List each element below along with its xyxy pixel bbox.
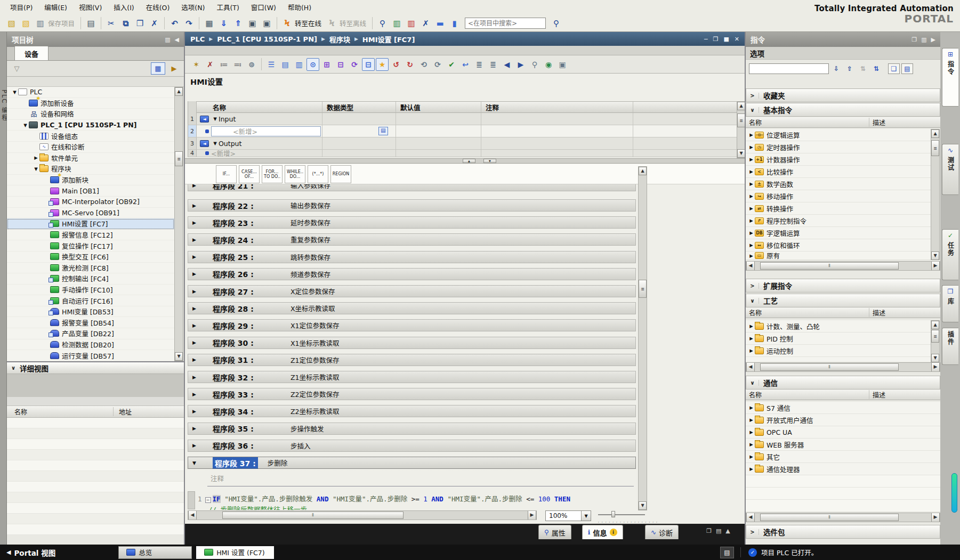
tree-item[interactable]: ▼程序块 (7, 164, 174, 175)
breadcrumb-item-1[interactable]: PLC (190, 35, 205, 43)
zoom-dropdown-icon[interactable]: ▼ (581, 511, 591, 521)
group-arrow-icon[interactable]: ▶ (748, 348, 755, 353)
code-line[interactable]: 1−IF "HMI变量".产品.步删除触发 AND "HMI变量".产品.步删除… (198, 493, 635, 504)
tree-item[interactable]: ▼PLC (7, 87, 174, 98)
favorites-star-icon[interactable]: ★ (376, 58, 389, 71)
network-collapse-icon[interactable]: ▶ (192, 271, 200, 277)
communication-chevron-icon[interactable]: ∨ (746, 380, 759, 386)
restore-icon[interactable]: ❐ (713, 36, 719, 43)
tree-item[interactable]: 控制输出 [FC4] (7, 273, 174, 285)
table-row-4[interactable]: 4<新增> (188, 150, 739, 157)
group-arrow-icon[interactable]: ▶ (748, 454, 755, 459)
basic-scroll-thumb[interactable]: ≣ (931, 140, 939, 156)
tree-item[interactable]: Main [OB1] (7, 185, 174, 197)
pane-view-icon[interactable]: ❑ (888, 63, 900, 74)
network-row[interactable]: ▶程序段 29 :X1定位参数保存 (188, 319, 636, 331)
basic-hscroll-right-icon[interactable]: ▶ (931, 262, 940, 270)
tech-hscroll-thumb[interactable]: ⫴ (760, 363, 899, 371)
communication-hscrollbar[interactable]: ◀ ⫴ ▶ (746, 513, 940, 522)
group-arrow-icon[interactable]: ▶ (748, 429, 755, 435)
portal-view-button[interactable]: Portal 视图 (14, 547, 55, 558)
instruction-group-计数器操作[interactable]: ▶+1计数器操作 (746, 153, 931, 166)
comm-hscroll-right-icon[interactable]: ▶ (931, 513, 940, 522)
navigate-back-icon[interactable]: ◀ (501, 58, 513, 71)
compile-check-icon[interactable]: ✔ (445, 58, 458, 71)
go-online-button[interactable]: Ϟ (280, 17, 294, 30)
network-row[interactable]: ▶程序段 26 :频道参数保存 (188, 268, 636, 280)
tree-item[interactable]: ∿在线和诊断 (7, 142, 174, 153)
tree-scrollbar[interactable]: ▲ ≣ ▼ (174, 87, 183, 361)
menu-item-5[interactable]: 在线(O) (140, 0, 176, 14)
add-block-icon[interactable]: ✶ (190, 58, 203, 71)
pin-panel2-icon[interactable]: ▥ (921, 36, 926, 43)
network-collapse-icon[interactable]: ▶ (192, 443, 200, 448)
network-row-partial[interactable]: ▶程序段 21 :输入参数保存 (188, 184, 636, 191)
tree-scroll-up-icon[interactable]: ▲ (175, 87, 183, 96)
navigate-forward-icon[interactable]: ▶ (514, 58, 527, 71)
tree-item[interactable]: 自动运行 [FC16] (7, 295, 174, 306)
menu-item-1[interactable]: 项目(P) (4, 0, 38, 14)
network-collapse-icon[interactable]: ▶ (192, 237, 200, 242)
breadcrumb-item-4[interactable]: HMI设置 [FC7] (362, 34, 415, 44)
network-collapse-icon[interactable]: ▶ (192, 203, 200, 208)
instruction-group-原有[interactable]: ▶▭原有 (746, 251, 931, 260)
upload-from-device-icon[interactable]: ⇑ (231, 17, 245, 30)
float-inspector-icon[interactable]: ❐ (706, 527, 712, 534)
instruction-group-数学函数[interactable]: ▶±数学函数 (746, 178, 931, 190)
side-tab-指令[interactable]: ⊞指令 (942, 48, 958, 107)
redo-icon[interactable]: ↷ (182, 17, 196, 30)
zoom-slider-track[interactable] (598, 514, 645, 515)
network-collapse-icon[interactable]: ▶ (192, 323, 200, 328)
network-comment[interactable]: 注释 (211, 473, 224, 483)
tree-scroll-down-icon[interactable]: ▼ (175, 352, 183, 361)
extended-chevron-icon[interactable]: > (746, 283, 759, 289)
instruction-group-移位和循环[interactable]: ▶↔移位和循环 (746, 239, 931, 251)
rt-runtime-icon[interactable]: ▣ (260, 17, 273, 30)
section-arrow-icon[interactable]: ▼ (212, 141, 219, 146)
network-row[interactable]: ▶程序段 22 :输出参数保存 (188, 199, 636, 212)
splitter-down-icon[interactable]: ▼ (483, 159, 496, 163)
instruction-group-比较操作[interactable]: ▶<比较操作 (746, 166, 931, 178)
tree-item[interactable]: ▶软件单元 (7, 153, 174, 164)
group-arrow-icon[interactable]: ▶ (748, 336, 755, 341)
cell-default[interactable] (396, 150, 481, 157)
group-arrow-icon[interactable]: ▶ (748, 169, 755, 174)
cell-default[interactable] (396, 137, 481, 149)
snapshot-icon[interactable]: ▣ (556, 58, 569, 71)
save-project-icon-label[interactable]: 保存项目 (48, 18, 75, 28)
download-to-device-icon[interactable]: ⇓ (217, 17, 230, 30)
communication-group-通信处理器[interactable]: ▶通信处理器 (746, 463, 940, 475)
section-basic-instructions[interactable]: ∨ 基本指令 (746, 103, 940, 117)
tree-item[interactable]: 报警信息 [FC12] (7, 230, 174, 241)
search-down-icon[interactable]: ⇩ (830, 63, 842, 74)
expanded-arrow-icon[interactable]: ▼ (11, 90, 18, 95)
tech-hscroll-left-icon[interactable]: ◀ (746, 363, 755, 371)
network-collapse-icon[interactable]: ▶ (192, 306, 200, 311)
start-simulation-icon[interactable]: ▣ (246, 17, 259, 30)
cell-datatype[interactable] (322, 113, 396, 125)
menu-item-7[interactable]: 工具(T) (211, 0, 245, 14)
snippet-button-4[interactable]: WHILE.. DO... (285, 165, 305, 183)
communication-group-开放式用户通信[interactable]: ▶开放式用户通信 (746, 414, 940, 426)
section-communication[interactable]: ∨ 通信 (746, 376, 940, 389)
code-fold-icon[interactable]: − (205, 497, 211, 503)
collapse-networks-icon[interactable]: ⊟ (362, 58, 375, 71)
tree-item[interactable]: MC-Interpolator [OB92] (7, 197, 174, 208)
network-row[interactable]: ▶程序段 28 :X坐标示教读取 (188, 302, 636, 314)
filter-profile-icon[interactable]: ⇅ (870, 63, 882, 74)
comm-hscroll-thumb[interactable]: ⫴ (760, 514, 899, 521)
network-scroll-thumb[interactable]: ≣ (639, 280, 647, 298)
update-block-calls-icon[interactable]: ⟲ (417, 58, 430, 71)
side-tab-库[interactable]: ❐库 (942, 285, 958, 322)
snippet-button-1[interactable]: IF... (216, 165, 237, 183)
group-arrow-icon[interactable]: ▶ (748, 193, 755, 199)
float-panel-icon[interactable]: ❐ (911, 36, 917, 43)
technology-group-计数、测量、凸轮[interactable]: ▶计数、测量、凸轮 (746, 320, 931, 332)
structure-list-icon[interactable]: ≣ (473, 58, 486, 71)
optional-chevron-icon[interactable]: > (746, 529, 759, 535)
zoom-slider-handle[interactable] (611, 511, 615, 517)
basic-hscrollbar[interactable]: ◀ ⫴ ▶ (746, 261, 940, 271)
new-project-icon[interactable]: ▧ (5, 17, 18, 30)
network-row-selected[interactable]: ▼程序段 37 :步删除 (188, 457, 636, 469)
detail-view-header[interactable]: ∨ 详细视图 (7, 361, 184, 374)
